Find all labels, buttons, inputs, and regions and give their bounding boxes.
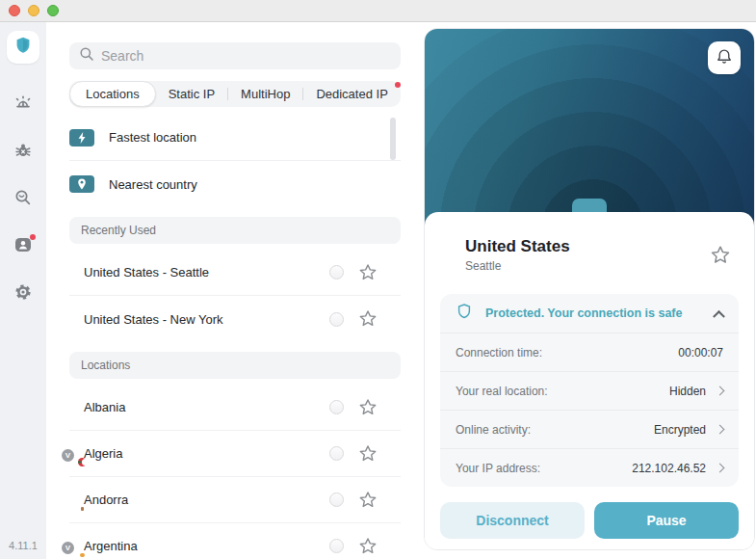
favorite-star-icon[interactable] (358, 263, 378, 282)
zoom-window-button[interactable] (47, 5, 59, 16)
favorite-star-icon[interactable] (358, 537, 378, 556)
load-indicator (329, 539, 344, 553)
load-indicator (329, 492, 344, 507)
detail-row-connection-time: Connection time: 00:00:07 (440, 333, 739, 371)
periscope-graphic (572, 199, 607, 212)
connection-time-value: 00:00:07 (678, 346, 723, 359)
load-indicator (329, 312, 344, 327)
app-window: 4.11.1 Locations Static IP MultiHop Dedi… (0, 22, 756, 559)
map-pin-icon (69, 175, 94, 193)
sidebar-item-alternative-id[interactable] (13, 236, 34, 257)
detail-row-real-location[interactable]: Your real location: Hidden (440, 371, 739, 410)
section-header-locations: Locations (69, 352, 401, 379)
notifications-button[interactable] (708, 41, 741, 74)
tab-multihop[interactable]: MultiHop (228, 81, 302, 107)
window-title-bar (0, 0, 756, 22)
favorite-star-icon[interactable] (358, 491, 378, 510)
tab-locations[interactable]: Locations (69, 81, 156, 107)
status-text: Protected. Your connection is safe (485, 306, 682, 320)
favorite-star-icon[interactable] (358, 444, 378, 464)
connected-city: Seattle (465, 259, 570, 273)
sidebar-item-antivirus[interactable] (13, 142, 34, 163)
search-icon (79, 46, 94, 66)
scrollbar-thumb[interactable] (390, 118, 396, 160)
section-header-recently-used: Recently Used (69, 217, 401, 244)
favorite-star-icon[interactable] (710, 245, 731, 266)
ip-address-value: 212.102.46.52 (632, 462, 706, 475)
connection-panel: United States Seattle Protected. Your co… (424, 22, 756, 559)
connection-details: United States Seattle Protected. Your co… (425, 212, 754, 549)
close-window-button[interactable] (9, 5, 20, 16)
list-item-us-new-york[interactable]: United States - New York (69, 296, 401, 342)
status-block: Protected. Your connection is safe Conne… (440, 294, 739, 487)
chevron-right-icon (716, 386, 725, 396)
vpn-shield-logo-icon (13, 35, 34, 60)
list-item-us-seattle[interactable]: United States - Seattle (69, 250, 401, 296)
ocean-hero-graphic (425, 29, 754, 226)
sidebar-item-alert[interactable] (13, 94, 34, 116)
online-activity-value: Encrypted (654, 423, 706, 437)
list-item-albania[interactable]: Albania (69, 385, 401, 431)
list-item-fastest-location[interactable]: Fastest location (69, 115, 401, 161)
virtual-location-badge: V (62, 449, 74, 462)
sidebar-item-vpn[interactable] (7, 31, 39, 64)
connected-location: United States Seattle (440, 212, 739, 294)
virtual-location-badge: V (62, 542, 74, 554)
list-item-nearest-country[interactable]: Nearest country (69, 161, 401, 207)
sidebar-item-settings[interactable] (13, 283, 34, 305)
bell-icon (714, 46, 735, 70)
favorite-star-icon[interactable] (358, 309, 378, 329)
search-input[interactable] (101, 48, 391, 64)
sidebar: 4.11.1 (0, 22, 46, 559)
load-indicator (329, 446, 344, 461)
tab-static-ip[interactable]: Static IP (156, 81, 227, 107)
chevron-right-icon (716, 464, 725, 473)
sidebar-item-search[interactable] (13, 189, 34, 210)
notification-dot (395, 82, 401, 88)
connected-country: United States (465, 237, 570, 256)
load-indicator (329, 265, 344, 280)
pause-button[interactable]: Pause (594, 502, 739, 539)
detail-row-online-activity[interactable]: Online activity: Encrypted (440, 410, 739, 448)
antivirus-bug-icon (13, 140, 34, 165)
bolt-icon (69, 129, 94, 146)
locations-panel: Locations Static IP MultiHop Dedicated I… (46, 22, 424, 559)
load-indicator (329, 400, 344, 414)
detail-row-ip-address[interactable]: Your IP address: 212.102.46.52 (440, 448, 739, 487)
chevron-right-icon (716, 425, 725, 435)
search-bar[interactable] (69, 42, 401, 69)
server-type-tabs: Locations Static IP MultiHop Dedicated I… (69, 81, 401, 107)
tab-dedicated-ip[interactable]: Dedicated IP (303, 81, 400, 107)
alert-siren-icon (13, 93, 34, 118)
location-list: Fastest location Nearest country Recentl… (69, 115, 401, 559)
favorite-star-icon[interactable] (358, 398, 378, 417)
shield-check-icon (456, 303, 473, 324)
list-item-andorra[interactable]: Andorra (69, 477, 401, 523)
disconnect-button[interactable]: Disconnect (440, 502, 585, 539)
settings-gear-icon (13, 281, 34, 306)
chevron-up-icon[interactable] (713, 309, 725, 322)
app-version: 4.11.1 (0, 540, 46, 551)
real-location-value: Hidden (669, 385, 706, 398)
connection-card: United States Seattle Protected. Your co… (424, 28, 755, 550)
protection-status[interactable]: Protected. Your connection is safe (440, 294, 739, 333)
search-leak-icon (13, 187, 34, 212)
list-item-algeria[interactable]: V Algeria (69, 431, 401, 477)
minimize-window-button[interactable] (28, 5, 39, 16)
notification-dot (30, 234, 36, 240)
list-item-argentina[interactable]: V Argentina (69, 523, 401, 559)
action-buttons: Disconnect Pause (440, 502, 739, 539)
